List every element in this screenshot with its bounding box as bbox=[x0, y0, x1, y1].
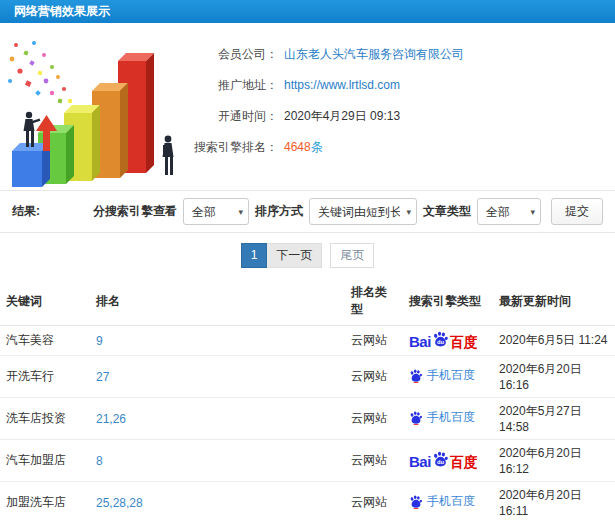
updated-time-cell: 2020年6月20日 16:12 bbox=[493, 440, 615, 482]
baidu-logo: Baidu百度 bbox=[409, 331, 478, 349]
keyword-cell: 汽车加盟店 bbox=[0, 440, 90, 482]
baidu-logo-cn: 百度 bbox=[450, 455, 478, 469]
mobile-baidu-label: 手机百度 bbox=[427, 367, 475, 384]
baidu-logo-bai: Bai bbox=[409, 334, 431, 349]
pagination: 1 下一页 尾页 bbox=[0, 233, 615, 277]
bars bbox=[12, 53, 154, 187]
company-info-section: 会员公司： 山东老人头汽车服务咨询有限公司 推广地址： https://www.… bbox=[0, 23, 615, 190]
baidu-logo-cn: 百度 bbox=[450, 335, 478, 349]
engine-type-cell: Baidu百度 bbox=[403, 326, 493, 356]
open-time-row: 开通时间： 2020年4月29日 09:13 bbox=[190, 101, 464, 132]
sort-select-wrap: 关键词由短到长排序 bbox=[309, 198, 417, 225]
rank-type-cell: 云网站 bbox=[345, 398, 403, 440]
rank-link[interactable]: 21,26 bbox=[96, 412, 126, 426]
keyword-cell: 开洗车行 bbox=[0, 356, 90, 398]
baidu-logo: Baidu百度 bbox=[409, 451, 478, 469]
keyword-cell: 洗车店投资 bbox=[0, 398, 90, 440]
svg-text:du: du bbox=[437, 339, 445, 345]
table-row: 洗车店投资21,26云网站手机百度2020年5月27日 14:58 bbox=[0, 398, 615, 440]
result-label: 结果: bbox=[12, 203, 40, 220]
member-company-link[interactable]: 山东老人头汽车服务咨询有限公司 bbox=[284, 46, 464, 63]
page-1-button[interactable]: 1 bbox=[241, 243, 268, 268]
rank-link[interactable]: 25,28,28 bbox=[96, 496, 143, 510]
results-table: 关键词 排名 排名类型 搜索引擎类型 最新更新时间 汽车美容9云网站Baidu百… bbox=[0, 277, 615, 520]
engine-rank-row: 搜索引擎排名： 4648条 bbox=[190, 132, 464, 163]
last-page-button[interactable]: 尾页 bbox=[330, 243, 374, 268]
rank-cell: 9 bbox=[90, 326, 345, 356]
filter-controls: 分搜索引擎查看 全部 排序方式 关键词由短到长排序 文章类型 全部 提交 bbox=[93, 198, 603, 225]
engine-rank-unit: 条 bbox=[311, 140, 323, 154]
table-row: 汽车美容9云网站Baidu百度2020年6月5日 11:24 bbox=[0, 326, 615, 356]
updated-time-cell: 2020年6月5日 11:24 bbox=[493, 326, 615, 356]
rank-link[interactable]: 9 bbox=[96, 334, 103, 348]
bar-chart-growth-icon bbox=[0, 23, 190, 190]
company-info-list: 会员公司： 山东老人头汽车服务咨询有限公司 推广地址： https://www.… bbox=[190, 23, 464, 190]
businessman-right-icon bbox=[163, 136, 174, 175]
mobile-baidu-label: 手机百度 bbox=[427, 493, 475, 510]
table-row: 加盟洗车店25,28,28云网站手机百度2020年6月20日 16:11 bbox=[0, 482, 615, 520]
mobile-baidu-logo: 手机百度 bbox=[409, 367, 475, 384]
rank-cell: 8 bbox=[90, 440, 345, 482]
keyword-cell: 加盟洗车店 bbox=[0, 482, 90, 520]
header-engine-type: 搜索引擎类型 bbox=[403, 277, 493, 326]
sort-select[interactable]: 关键词由短到长排序 bbox=[309, 198, 417, 225]
rank-type-cell: 云网站 bbox=[345, 482, 403, 520]
table-row: 开洗车行27云网站手机百度2020年6月20日 16:16 bbox=[0, 356, 615, 398]
rank-type-cell: 云网站 bbox=[345, 440, 403, 482]
engine-rank-label: 搜索引擎排名： bbox=[190, 139, 278, 156]
updated-time-cell: 2020年5月27日 14:58 bbox=[493, 398, 615, 440]
table-row: 汽车加盟店8云网站Baidu百度2020年6月20日 16:12 bbox=[0, 440, 615, 482]
engine-type-cell: 手机百度 bbox=[403, 356, 493, 398]
table-header-row: 关键词 排名 排名类型 搜索引擎类型 最新更新时间 bbox=[0, 277, 615, 326]
promo-url-row: 推广地址： https://www.lrtlsd.com bbox=[190, 70, 464, 101]
header-rank: 排名 bbox=[90, 277, 345, 326]
article-type-select[interactable]: 全部 bbox=[477, 198, 541, 225]
rank-cell: 25,28,28 bbox=[90, 482, 345, 520]
engine-type-cell: 手机百度 bbox=[403, 482, 493, 520]
sort-label: 排序方式 bbox=[255, 203, 303, 220]
mobile-baidu-logo: 手机百度 bbox=[409, 409, 475, 426]
engine-type-cell: Baidu百度 bbox=[403, 440, 493, 482]
promo-url-link[interactable]: https://www.lrtlsd.com bbox=[284, 78, 400, 92]
growth-chart-illustration bbox=[0, 23, 190, 190]
baidu-paw-icon bbox=[409, 495, 423, 509]
member-company-row: 会员公司： 山东老人头汽车服务咨询有限公司 bbox=[190, 39, 464, 70]
open-time-value: 2020年4月29日 09:13 bbox=[284, 108, 400, 125]
baidu-paw-icon bbox=[409, 411, 423, 425]
engine-type-cell: 手机百度 bbox=[403, 398, 493, 440]
header-keyword: 关键词 bbox=[0, 277, 90, 326]
updated-time-cell: 2020年6月20日 16:16 bbox=[493, 356, 615, 398]
article-type-select-wrap: 全部 bbox=[477, 198, 541, 225]
submit-button[interactable]: 提交 bbox=[551, 198, 603, 225]
member-company-label: 会员公司： bbox=[190, 46, 278, 63]
rank-link[interactable]: 8 bbox=[96, 454, 103, 468]
baidu-paw-icon: du bbox=[432, 331, 449, 348]
rank-link[interactable]: 27 bbox=[96, 370, 109, 384]
next-page-button[interactable]: 下一页 bbox=[267, 243, 322, 268]
engine-filter-select-wrap: 全部 bbox=[183, 198, 249, 225]
rank-type-cell: 云网站 bbox=[345, 326, 403, 356]
engine-filter-select[interactable]: 全部 bbox=[183, 198, 249, 225]
header-updated: 最新更新时间 bbox=[493, 277, 615, 326]
rank-type-cell: 云网站 bbox=[345, 356, 403, 398]
rank-cell: 21,26 bbox=[90, 398, 345, 440]
updated-time-cell: 2020年6月20日 16:11 bbox=[493, 482, 615, 520]
rank-cell: 27 bbox=[90, 356, 345, 398]
mobile-baidu-logo: 手机百度 bbox=[409, 493, 475, 510]
mobile-baidu-label: 手机百度 bbox=[427, 409, 475, 426]
engine-filter-label: 分搜索引擎查看 bbox=[93, 203, 177, 220]
svg-text:du: du bbox=[437, 459, 445, 465]
results-table-body: 汽车美容9云网站Baidu百度2020年6月5日 11:24开洗车行27云网站手… bbox=[0, 326, 615, 520]
header-rank-type: 排名类型 bbox=[345, 277, 403, 326]
baidu-paw-icon bbox=[409, 369, 423, 383]
article-type-label: 文章类型 bbox=[423, 203, 471, 220]
engine-rank-count: 4648 bbox=[284, 140, 311, 154]
keyword-cell: 汽车美容 bbox=[0, 326, 90, 356]
promo-url-label: 推广地址： bbox=[190, 77, 278, 94]
baidu-paw-icon: du bbox=[432, 451, 449, 468]
filter-bar: 结果: 分搜索引擎查看 全部 排序方式 关键词由短到长排序 文章类型 全部 提交 bbox=[0, 190, 615, 233]
open-time-label: 开通时间： bbox=[190, 108, 278, 125]
baidu-logo-bai: Bai bbox=[409, 454, 431, 469]
page-title: 网络营销效果展示 bbox=[0, 0, 615, 23]
